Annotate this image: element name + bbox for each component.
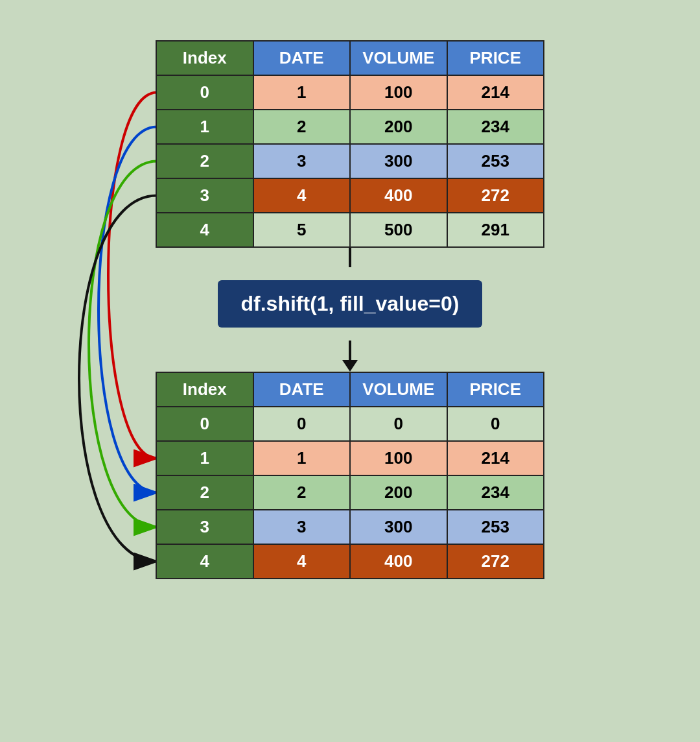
top-r1-price: 234 [447,110,544,144]
top-r3-vol: 400 [350,178,447,213]
top-r2-vol: 300 [350,144,447,178]
top-r3-date: 4 [253,178,351,213]
top-r4-vol: 500 [350,213,447,247]
operation-label: df.shift(1, fill_value=0) [241,292,460,315]
bot-r1-date: 1 [253,441,351,475]
top-col-price-header: PRICE [447,41,544,75]
bot-r3-price: 253 [447,510,544,544]
bot-table-row-0: 0 0 0 0 [156,407,544,441]
top-r0-price: 214 [447,75,544,110]
top-r4-date: 5 [253,213,351,247]
bot-table-header-row: Index DATE VOLUME PRICE [156,372,544,407]
top-table-wrapper: Index DATE VOLUME PRICE 0 1 100 214 1 2 … [156,40,544,248]
bot-r0-index: 0 [156,407,253,441]
operation-box: df.shift(1, fill_value=0) [218,280,483,328]
top-r2-index: 2 [156,144,253,178]
top-r2-price: 253 [447,144,544,178]
bot-r0-date: 0 [253,407,351,441]
bot-r0-vol: 0 [350,407,447,441]
bot-r4-index: 4 [156,544,253,579]
bottom-table: Index DATE VOLUME PRICE 0 0 0 0 1 1 100 [156,372,544,579]
bot-col-index-header: Index [156,372,253,407]
top-r0-date: 1 [253,75,351,110]
bot-r4-date: 4 [253,544,351,579]
bot-r2-price: 234 [447,475,544,510]
top-table-row-3: 3 4 400 272 [156,178,544,213]
top-col-index-header: Index [156,41,253,75]
top-r0-vol: 100 [350,75,447,110]
bot-table-row-3: 3 3 300 253 [156,510,544,544]
top-col-volume-header: VOLUME [350,41,447,75]
bot-r3-vol: 300 [350,510,447,544]
top-r0-index: 0 [156,75,253,110]
top-r3-index: 3 [156,178,253,213]
bot-table-row-4: 4 4 400 272 [156,544,544,579]
main-container: Index DATE VOLUME PRICE 0 1 100 214 1 2 … [39,21,661,721]
bot-table-row-1: 1 1 100 214 [156,441,544,475]
top-table-header-row: Index DATE VOLUME PRICE [156,41,544,75]
bot-r0-price: 0 [447,407,544,441]
bot-col-price-header: PRICE [447,372,544,407]
top-r1-date: 2 [253,110,351,144]
top-col-date-header: DATE [253,41,351,75]
bot-table-row-2: 2 2 200 234 [156,475,544,510]
bot-r4-vol: 400 [350,544,447,579]
bot-r3-date: 3 [253,510,351,544]
bot-r2-vol: 200 [350,475,447,510]
bot-r1-price: 214 [447,441,544,475]
bot-col-volume-header: VOLUME [350,372,447,407]
bot-r2-date: 2 [253,475,351,510]
top-connector [349,248,351,267]
bot-r4-price: 272 [447,544,544,579]
top-table: Index DATE VOLUME PRICE 0 1 100 214 1 2 … [156,40,544,248]
bot-r1-vol: 100 [350,441,447,475]
top-table-row-1: 1 2 200 234 [156,110,544,144]
top-table-row-0: 0 1 100 214 [156,75,544,110]
top-r1-vol: 200 [350,110,447,144]
bot-r1-index: 1 [156,441,253,475]
top-r3-price: 272 [447,178,544,213]
top-r1-index: 1 [156,110,253,144]
top-r4-price: 291 [447,213,544,247]
top-table-row-4: 4 5 500 291 [156,213,544,247]
top-r4-index: 4 [156,213,253,247]
connector-line-bottom [349,341,351,360]
connector-arrowhead [342,360,358,372]
top-table-row-2: 2 3 300 253 [156,144,544,178]
bot-col-date-header: DATE [253,372,351,407]
bot-r2-index: 2 [156,475,253,510]
connector-line-top [349,248,351,267]
bottom-connector [342,341,358,372]
bot-r3-index: 3 [156,510,253,544]
top-r2-date: 3 [253,144,351,178]
bottom-table-wrapper: Index DATE VOLUME PRICE 0 0 0 0 1 1 100 [156,372,544,579]
